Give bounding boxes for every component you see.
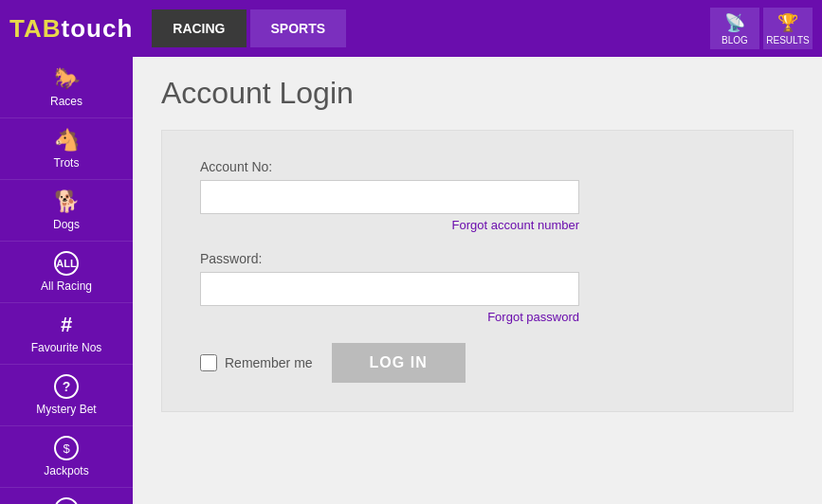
remember-me-checkbox[interactable] (200, 354, 217, 371)
sidebar-item-next-15[interactable]: 15 Next 15 (0, 488, 133, 504)
sidebar-item-dogs[interactable]: 🐕 Dogs (0, 180, 133, 242)
sidebar-item-all-racing[interactable]: ALL All Racing (0, 242, 133, 303)
password-group: Password: Forgot password (200, 251, 755, 324)
sidebar-item-all-racing-label: All Racing (41, 279, 92, 293)
account-no-label: Account No: (200, 159, 755, 174)
form-actions: Remember me LOG IN (200, 343, 755, 383)
sidebar: 🐎 Races 🐴 Trots 🐕 Dogs ALL All Racing # … (0, 57, 133, 504)
header: TABtouch RACING SPORTS 📡 BLOG 🏆 RESULTS (0, 0, 822, 57)
sidebar-item-trots-label: Trots (54, 156, 80, 170)
layout: 🐎 Races 🐴 Trots 🐕 Dogs ALL All Racing # … (0, 57, 822, 504)
sidebar-item-mystery-bet-label: Mystery Bet (36, 403, 96, 416)
blog-button[interactable]: 📡 BLOG (710, 8, 759, 49)
mystery-bet-icon: ? (54, 374, 79, 399)
blog-icon: 📡 (724, 12, 745, 33)
logo-tab: TAB (9, 14, 62, 43)
page-title: Account Login (161, 76, 794, 111)
account-no-group: Account No: Forgot account number (200, 159, 755, 232)
remember-me-label[interactable]: Remember me (200, 354, 313, 371)
racing-nav-button[interactable]: RACING (152, 9, 246, 47)
races-icon: 🐎 (54, 66, 80, 91)
blog-label: BLOG (722, 35, 748, 45)
password-input[interactable] (200, 272, 579, 306)
results-icon: 🏆 (777, 12, 798, 33)
jackpots-icon: $ (54, 436, 79, 460)
password-label: Password: (200, 251, 755, 266)
sidebar-item-mystery-bet[interactable]: ? Mystery Bet (0, 365, 133, 426)
results-button[interactable]: 🏆 RESULTS (763, 8, 813, 49)
dogs-icon: 🐕 (54, 189, 80, 214)
login-box: Account No: Forgot account number Passwo… (161, 130, 794, 412)
sidebar-item-dogs-label: Dogs (53, 218, 80, 231)
remember-me-text: Remember me (225, 355, 313, 370)
sidebar-item-favourite-nos[interactable]: # Favourite Nos (0, 303, 133, 365)
main-content: Account Login Account No: Forgot account… (133, 57, 822, 504)
header-right: 📡 BLOG 🏆 RESULTS (710, 8, 813, 49)
logo-touch: touch (62, 14, 134, 43)
sports-nav-button[interactable]: SPORTS (250, 9, 347, 47)
favourite-nos-icon: # (61, 313, 72, 337)
all-racing-icon: ALL (54, 251, 79, 276)
forgot-account-link[interactable]: Forgot account number (200, 218, 579, 232)
sidebar-item-trots[interactable]: 🐴 Trots (0, 118, 133, 180)
results-label: RESULTS (766, 35, 809, 45)
sidebar-item-races-label: Races (50, 95, 82, 108)
account-no-input[interactable] (200, 180, 579, 214)
logo: TABtouch (9, 14, 133, 44)
sidebar-item-jackpots[interactable]: $ Jackpots (0, 426, 133, 488)
forgot-password-link[interactable]: Forgot password (200, 310, 579, 324)
login-button[interactable]: LOG IN (332, 343, 466, 383)
next-15-icon: 15 (54, 497, 79, 504)
sidebar-item-races[interactable]: 🐎 Races (0, 57, 133, 118)
sidebar-item-favourite-nos-label: Favourite Nos (31, 341, 102, 354)
trots-icon: 🐴 (54, 128, 80, 153)
sidebar-item-jackpots-label: Jackpots (44, 464, 88, 477)
